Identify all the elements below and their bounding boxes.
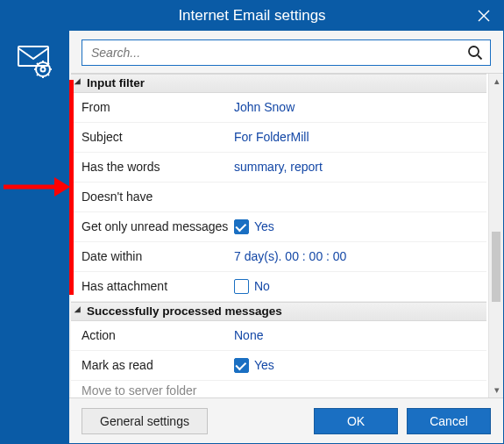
ok-button[interactable]: OK	[314, 408, 398, 434]
row-doesnt-have[interactable]: Doesn't have	[71, 183, 486, 212]
group-title: Successfully processed messages	[87, 304, 282, 318]
vertical-scrollbar[interactable]: ▴ ▾	[488, 74, 503, 397]
body: Input filter From John Snow Subject For …	[1, 31, 503, 443]
checkbox-unchecked-icon[interactable]	[234, 279, 249, 294]
svg-line-10	[47, 74, 49, 75]
value-has-attachment[interactable]: No	[234, 279, 486, 294]
label-has-words: Has the words	[71, 160, 234, 174]
row-subject[interactable]: Subject For FolderMill	[71, 123, 486, 153]
label-from: From	[71, 100, 234, 114]
titlebar: Internet Email settings	[1, 1, 503, 31]
row-mark-read[interactable]: Mark as read Yes	[71, 351, 486, 381]
unread-text: Yes	[254, 219, 274, 233]
property-grid-wrap: Input filter From John Snow Subject For …	[71, 73, 503, 397]
value-from[interactable]: John Snow	[234, 100, 486, 114]
row-has-attachment[interactable]: Has attachment No	[71, 272, 486, 302]
window-title: Internet Email settings	[178, 7, 325, 25]
email-settings-icon	[17, 43, 53, 78]
label-unread-only: Get only unread messages	[71, 219, 234, 233]
group-title: Input filter	[87, 76, 145, 90]
settings-window: Internet Email settings	[0, 0, 504, 444]
sidebar	[1, 31, 69, 443]
label-doesnt-have: Doesn't have	[71, 190, 234, 204]
row-date-within[interactable]: Date within 7 day(s). 00 : 00 : 00	[71, 242, 486, 272]
scroll-up-icon[interactable]: ▴	[489, 74, 504, 89]
row-move-folder[interactable]: Move to server folder	[71, 381, 486, 397]
svg-point-13	[469, 47, 479, 56]
value-date-within[interactable]: 7 day(s). 00 : 00 : 00	[234, 249, 486, 263]
row-from[interactable]: From John Snow	[71, 93, 486, 123]
close-icon	[478, 10, 490, 22]
label-action: Action	[71, 328, 234, 342]
checkbox-checked-icon[interactable]	[234, 358, 249, 373]
label-subject: Subject	[71, 130, 234, 144]
row-unread-only[interactable]: Get only unread messages Yes	[71, 212, 486, 242]
value-subject[interactable]: For FolderMill	[234, 130, 486, 144]
value-unread-only[interactable]: Yes	[234, 219, 486, 234]
row-action[interactable]: Action None	[71, 321, 486, 351]
svg-point-4	[41, 67, 46, 71]
label-has-attachment: Has attachment	[71, 279, 234, 293]
main-panel: Input filter From John Snow Subject For …	[69, 31, 503, 443]
svg-line-9	[37, 63, 39, 65]
value-mark-read[interactable]: Yes	[234, 358, 486, 373]
general-settings-button[interactable]: General settings	[82, 408, 208, 434]
scroll-down-icon[interactable]: ▾	[489, 383, 504, 397]
search-input[interactable]	[89, 45, 467, 61]
label-mark-read: Mark as read	[71, 358, 234, 372]
cancel-button[interactable]: Cancel	[407, 408, 491, 434]
label-date-within: Date within	[71, 249, 234, 263]
svg-line-14	[478, 55, 482, 60]
search-wrap	[69, 31, 503, 73]
markread-text: Yes	[254, 358, 274, 372]
hasatt-text: No	[254, 279, 270, 293]
arrow-annotation-icon	[2, 174, 70, 200]
footer: General settings OK Cancel	[69, 397, 503, 443]
svg-line-11	[37, 74, 39, 75]
scroll-thumb[interactable]	[492, 232, 500, 302]
checkbox-checked-icon[interactable]	[234, 219, 249, 234]
label-move-folder: Move to server folder	[71, 382, 234, 397]
property-grid: Input filter From John Snow Subject For …	[71, 74, 488, 397]
svg-line-12	[47, 63, 49, 65]
value-has-words[interactable]: summary, report	[234, 160, 486, 174]
group-header-input-filter[interactable]: Input filter	[71, 74, 486, 93]
row-has-words[interactable]: Has the words summary, report	[71, 153, 486, 183]
group-header-processed[interactable]: Successfully processed messages	[71, 302, 486, 321]
search-icon	[467, 45, 483, 61]
svg-marker-16	[54, 177, 70, 197]
collapse-icon	[75, 307, 84, 317]
collapse-icon	[75, 79, 84, 89]
search-box[interactable]	[82, 39, 491, 66]
close-button[interactable]	[465, 1, 503, 31]
value-action[interactable]: None	[234, 328, 486, 342]
